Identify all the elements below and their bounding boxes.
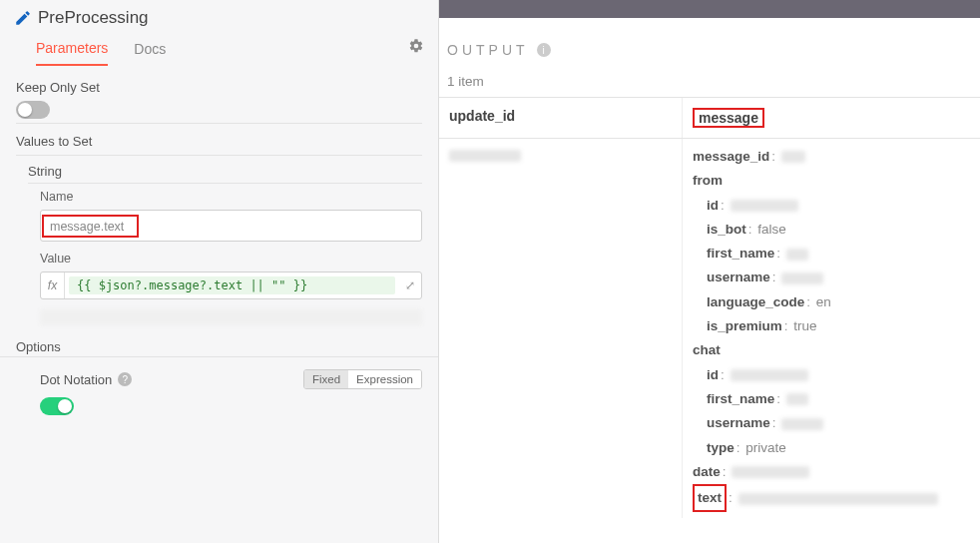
expand-icon[interactable]: ⤢	[399, 278, 421, 292]
from-username-key: username	[707, 270, 770, 284]
from-is-bot-val: false	[757, 222, 786, 237]
from-lang-val: en	[816, 294, 831, 309]
info-icon[interactable]: i	[537, 43, 551, 57]
date-key: date	[693, 464, 721, 479]
from-key: from	[693, 173, 723, 188]
expression-button[interactable]: Expression	[348, 370, 421, 388]
redacted	[781, 418, 823, 430]
value-expression-text: {{ $json?.message?.text || "" }}	[69, 276, 395, 294]
from-first-name-key: first_name	[707, 246, 774, 261]
message-id-key: message_id	[693, 149, 769, 164]
panel-header: PreProcessing	[0, 0, 438, 28]
from-premium-val: true	[793, 318, 816, 333]
help-icon[interactable]: ?	[118, 372, 132, 386]
dot-notation-row: Dot Notation ? Fixed Expression	[0, 357, 438, 389]
fx-icon: fx	[41, 272, 65, 298]
redacted	[731, 200, 798, 212]
annotation-message-highlight: message	[693, 108, 764, 128]
redacted	[781, 151, 805, 163]
chat-id-key: id	[707, 367, 719, 382]
chat-username-key: username	[707, 415, 770, 430]
name-input-wrap: message.text	[40, 210, 422, 242]
from-premium-key: is_premium	[707, 318, 782, 333]
top-bar	[439, 0, 980, 18]
redacted	[731, 369, 808, 381]
redacted-area	[40, 309, 422, 325]
column-message[interactable]: message	[683, 98, 980, 138]
redacted	[786, 249, 808, 261]
redacted	[781, 272, 823, 284]
keep-only-set-label: Keep Only Set	[16, 80, 422, 95]
dot-notation-label: Dot Notation	[40, 372, 112, 387]
output-table: update_id message message_id: from id: i…	[439, 97, 980, 518]
page-title: PreProcessing	[38, 8, 149, 28]
redacted	[738, 493, 938, 505]
output-title: OUTPUT	[447, 42, 529, 58]
fixed-button[interactable]: Fixed	[304, 370, 348, 388]
name-input[interactable]: message.text	[46, 220, 128, 234]
pencil-icon	[14, 9, 32, 27]
redacted	[732, 466, 809, 478]
annotation-text-highlight: text	[693, 484, 727, 512]
tabs: Parameters Docs	[0, 28, 438, 66]
column-update-id[interactable]: update_id	[439, 98, 683, 138]
dot-notation-toggle[interactable]	[40, 397, 74, 415]
tab-docs[interactable]: Docs	[134, 41, 166, 65]
chat-first-name-key: first_name	[707, 391, 774, 406]
value-label: Value	[40, 252, 422, 266]
redacted	[449, 150, 521, 162]
tab-parameters[interactable]: Parameters	[36, 40, 108, 66]
text-key: text	[698, 490, 722, 505]
options-label: Options	[0, 325, 438, 357]
chat-type-val: private	[745, 440, 786, 455]
cell-update-id	[439, 139, 683, 518]
cell-message: message_id: from id: is_bot: false first…	[683, 139, 980, 518]
values-to-set-label: Values to Set	[16, 134, 422, 149]
string-label: String	[0, 156, 438, 183]
from-is-bot-key: is_bot	[707, 222, 746, 237]
chat-key: chat	[693, 342, 721, 357]
value-expression-input[interactable]: fx {{ $json?.message?.text || "" }} ⤢	[40, 272, 422, 299]
keep-only-set-section: Keep Only Set	[0, 66, 438, 119]
name-label: Name	[40, 190, 422, 204]
from-id-key: id	[707, 198, 719, 213]
fixed-expression-toggle[interactable]: Fixed Expression	[303, 369, 422, 389]
gear-icon[interactable]	[408, 38, 424, 54]
from-lang-key: language_code	[707, 294, 804, 309]
annotation-name-highlight: message.text	[42, 215, 139, 238]
chat-type-key: type	[707, 440, 735, 455]
redacted	[786, 393, 808, 405]
keep-only-set-toggle[interactable]	[16, 101, 50, 119]
item-count: 1 item	[439, 64, 980, 97]
settings-panel: PreProcessing Parameters Docs Keep Only …	[0, 0, 439, 543]
values-to-set-section: Values to Set	[0, 124, 438, 149]
output-panel: OUTPUT i 1 item update_id message messag…	[439, 0, 980, 543]
